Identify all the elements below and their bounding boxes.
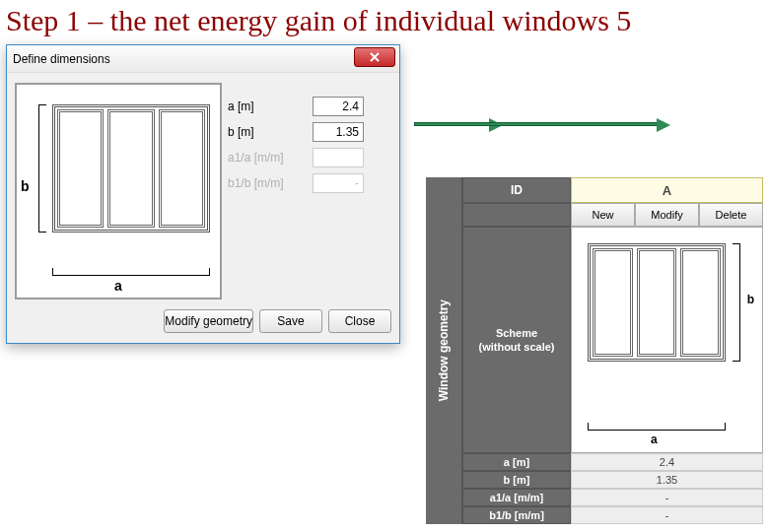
geometry-preview: b a (15, 83, 222, 299)
dim-b-label: b (21, 178, 30, 194)
id-label: ID (462, 177, 571, 203)
row-a1a-value: - (571, 489, 763, 506)
arrow-to-value (414, 118, 670, 130)
dialog-titlebar[interactable]: Define dimensions (7, 45, 399, 73)
save-button[interactable]: Save (259, 309, 322, 333)
row-a-label: a [m] (462, 453, 571, 471)
close-icon[interactable] (354, 47, 395, 67)
dialog-title: Define dimensions (13, 52, 110, 66)
new-button[interactable]: New (571, 203, 635, 227)
row-a1a-label: a1/a [m/m] (462, 489, 571, 506)
id-value[interactable]: A (571, 177, 763, 203)
panel-side-title: Window geometry (426, 177, 461, 524)
field-b1b-label: b1/b [m/m] (228, 176, 307, 190)
window-icon (52, 104, 210, 233)
row-b1b-label: b1/b [m/m] (462, 506, 571, 524)
define-dimensions-dialog: Define dimensions b a a [m] b [m] a1 (6, 44, 400, 344)
field-a1a-input (313, 148, 364, 167)
row-b-label: b [m] (462, 471, 571, 489)
scheme-b-label: b (747, 293, 754, 306)
scheme-preview: b a (571, 227, 763, 453)
scheme-a-label: a (651, 432, 658, 446)
window-icon (588, 243, 726, 362)
field-b-label: b [m] (228, 125, 307, 139)
delete-button[interactable]: Delete (699, 203, 763, 227)
modify-button[interactable]: Modify (635, 203, 699, 227)
field-a1a-label: a1/a [m/m] (228, 151, 307, 165)
row-a-value: 2.4 (571, 453, 763, 471)
slide-title: Step 1 – the net energy gain of individu… (0, 0, 769, 41)
field-a-input[interactable] (313, 97, 364, 116)
row-b-value: 1.35 (571, 471, 763, 489)
modify-geometry-button[interactable]: Modify geometry (164, 309, 253, 333)
dim-a-label: a (114, 278, 122, 294)
field-b-input[interactable] (313, 122, 364, 142)
field-b1b-input (313, 173, 364, 193)
window-geometry-panel: Window geometry ID A New Modify Delete S… (426, 177, 763, 524)
row-b1b-value: - (571, 506, 763, 524)
close-button[interactable]: Close (328, 309, 391, 333)
scheme-label: Scheme (without scale) (462, 227, 571, 453)
field-a-label: a [m] (228, 100, 307, 113)
